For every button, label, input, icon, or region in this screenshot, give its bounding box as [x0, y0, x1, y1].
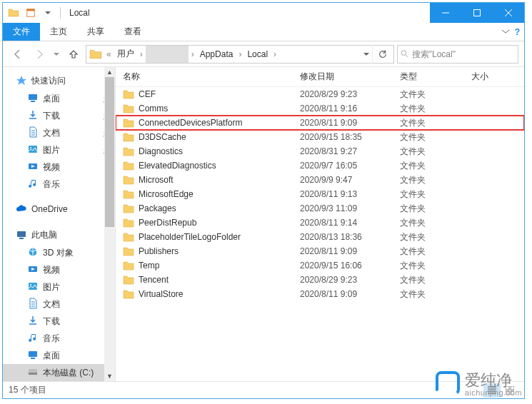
table-row[interactable]: ElevatedDiagnostics2020/9/7 16:05文件夹: [116, 158, 524, 173]
scroll-thumb[interactable]: [105, 77, 114, 227]
sidebar-item-label: 桌面: [43, 93, 60, 105]
file-date: 2020/9/15 16:06: [293, 261, 393, 271]
sidebar-scrollbar[interactable]: ▲ ▼: [104, 67, 115, 381]
col-name[interactable]: 名称: [116, 71, 293, 83]
qat-properties-icon[interactable]: [23, 5, 39, 21]
col-type[interactable]: 类型: [393, 71, 464, 83]
folder-icon: [123, 261, 134, 271]
nav-up-button[interactable]: [64, 45, 83, 64]
table-row[interactable]: ConnectedDevicesPlatform2020/8/11 9:09文件…: [116, 116, 524, 130]
sidebar-item-label: 图片: [43, 144, 60, 156]
svg-rect-14: [29, 351, 37, 357]
refresh-button[interactable]: [372, 45, 392, 64]
col-size[interactable]: 大小: [464, 71, 524, 83]
minimize-button[interactable]: [430, 3, 461, 23]
sidebar-item[interactable]: 视频: [3, 261, 115, 278]
sidebar-item[interactable]: 下载📌: [3, 107, 115, 124]
sidebar-item[interactable]: 3D 对象: [3, 244, 115, 261]
svg-rect-10: [19, 238, 24, 239]
search-box[interactable]: [397, 45, 518, 64]
sidebar-item[interactable]: 文档: [3, 296, 115, 313]
sidebar-item[interactable]: 本地磁盘 (C:): [3, 364, 115, 381]
desktop-icon: [27, 349, 39, 363]
table-row[interactable]: Temp2020/9/15 16:06文件夹: [116, 258, 524, 273]
table-row[interactable]: Tencent2020/8/29 9:23文件夹: [116, 273, 524, 287]
scroll-up-icon[interactable]: ▲: [104, 67, 115, 77]
ribbon-help-icon[interactable]: ?: [515, 27, 520, 37]
sidebar-item[interactable]: 图片: [3, 278, 115, 296]
chevron-right-icon[interactable]: ›: [236, 46, 244, 63]
window-title: Local: [69, 8, 90, 18]
table-row[interactable]: PeerDistRepub2020/8/11 9:14文件夹: [116, 216, 524, 230]
watermark-sub: aichunjing.com: [465, 388, 522, 397]
search-input[interactable]: [412, 49, 515, 59]
sidebar-item[interactable]: 图片📌: [3, 141, 115, 158]
file-name: Microsoft: [139, 175, 174, 185]
file-date: 2020/9/7 16:05: [293, 161, 393, 171]
sidebar-item[interactable]: 音乐: [3, 176, 115, 193]
table-row[interactable]: Comms2020/8/11 9:16文件夹: [116, 101, 524, 116]
document-icon: [27, 298, 39, 311]
sidebar-item-label: 桌面: [43, 350, 60, 362]
table-row[interactable]: D3DSCache2020/9/15 18:35文件夹: [116, 130, 524, 144]
file-date: 2020/9/3 11:09: [293, 203, 393, 213]
sidebar-quick-access[interactable]: 快速访问: [3, 71, 115, 90]
col-date[interactable]: 修改日期: [293, 71, 393, 83]
desktop-icon: [27, 92, 39, 106]
sidebar-item-label: OneDrive: [31, 204, 68, 214]
table-row[interactable]: VirtualStore2020/8/11 9:09文件夹: [116, 287, 524, 301]
table-row[interactable]: CEF2020/8/29 9:23文件夹: [116, 87, 524, 101]
table-row[interactable]: Publishers2020/8/11 9:09文件夹: [116, 244, 524, 258]
file-type: 文件夹: [393, 131, 464, 143]
bc-seg-local[interactable]: Local: [244, 46, 271, 63]
folder-icon: [123, 103, 134, 113]
scroll-down-icon[interactable]: ▼: [104, 371, 115, 381]
watermark-logo-icon: [435, 370, 461, 396]
svg-rect-24: [437, 373, 458, 394]
chevron-right-icon[interactable]: ›: [137, 46, 146, 63]
table-row[interactable]: Microsoft2020/9/9 9:47文件夹: [116, 173, 524, 187]
close-button[interactable]: [493, 3, 524, 23]
sidebar-item-label: 3D 对象: [43, 247, 74, 259]
sidebar-item[interactable]: 音乐: [3, 330, 115, 347]
ribbon-file-tab[interactable]: 文件: [3, 23, 40, 41]
bc-seg-users[interactable]: 用户: [114, 46, 137, 63]
ribbon-tab-view[interactable]: 查看: [114, 23, 151, 41]
sidebar-item[interactable]: 桌面: [3, 347, 115, 364]
nav-forward-button[interactable]: [30, 45, 49, 64]
ribbon-tab-home[interactable]: 主页: [40, 23, 77, 41]
table-row[interactable]: MicrosoftEdge2020/8/11 9:13文件夹: [116, 187, 524, 201]
sidebar-item-label: 下载: [43, 110, 60, 122]
breadcrumb-dropdown[interactable]: [361, 46, 372, 63]
folder-icon: [123, 146, 134, 156]
sidebar-item-label: 音乐: [43, 178, 60, 191]
table-row[interactable]: Diagnostics2020/8/31 9:27文件夹: [116, 144, 524, 158]
qat-dropdown-icon[interactable]: [40, 5, 56, 21]
ribbon-tab-share[interactable]: 共享: [77, 23, 114, 41]
bc-overflow[interactable]: «: [104, 46, 114, 63]
svg-rect-5: [31, 101, 35, 102]
bc-seg-user[interactable]: [146, 46, 189, 63]
sidebar-item[interactable]: 下载: [3, 313, 115, 330]
file-type: 文件夹: [393, 188, 464, 201]
svg-rect-4: [29, 94, 37, 100]
chevron-right-icon[interactable]: ›: [271, 46, 279, 63]
nav-back-button[interactable]: [9, 45, 27, 64]
sidebar-onedrive[interactable]: OneDrive: [3, 200, 115, 218]
sidebar-this-pc[interactable]: 此电脑: [3, 226, 115, 244]
qat-folder-icon[interactable]: [6, 5, 21, 21]
file-name: ConnectedDevicesPlatform: [139, 118, 242, 128]
nav-recent-dropdown[interactable]: [51, 45, 61, 64]
sidebar-item[interactable]: 文档📌: [3, 124, 115, 141]
sidebar-item[interactable]: 桌面📌: [3, 90, 115, 107]
ribbon-expand-icon[interactable]: [502, 27, 509, 37]
maximize-button[interactable]: [461, 3, 493, 23]
bc-seg-appdata[interactable]: AppData: [197, 46, 236, 63]
chevron-right-icon[interactable]: ›: [189, 46, 197, 63]
table-row[interactable]: PlaceholderTileLogoFolder2020/8/13 18:36…: [116, 230, 524, 244]
sidebar-item[interactable]: 视频: [3, 158, 115, 176]
watermark: 爱纯净 aichunjing.com: [435, 370, 522, 397]
table-row[interactable]: Packages2020/9/3 11:09文件夹: [116, 201, 524, 216]
breadcrumb[interactable]: « 用户 › › AppData › Local ›: [86, 45, 394, 64]
file-type: 文件夹: [393, 174, 464, 186]
